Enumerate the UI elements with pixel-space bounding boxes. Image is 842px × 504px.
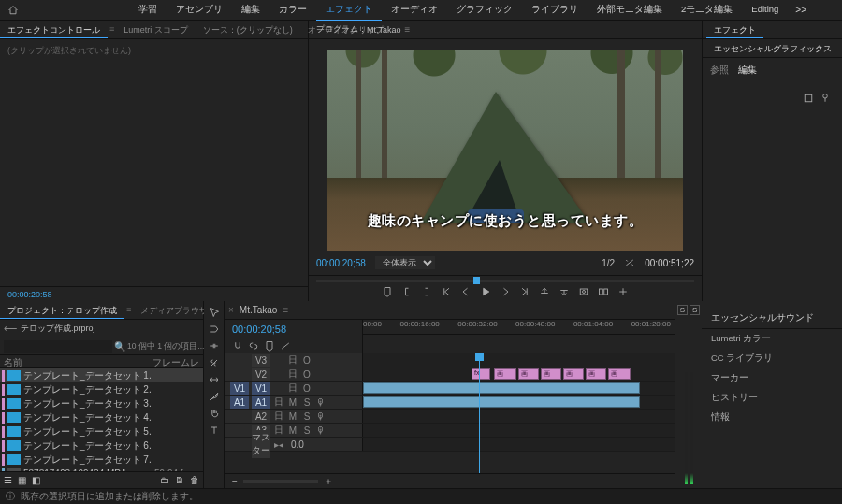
track-lane[interactable] <box>363 410 675 423</box>
track-toggle[interactable]: ▸◂ <box>273 439 284 450</box>
timeline-zoom-slider[interactable] <box>243 480 318 483</box>
timeline-timecode[interactable]: 00:00:20;58 <box>225 320 362 338</box>
track-lane[interactable] <box>363 438 675 451</box>
source-patch[interactable]: V1 <box>230 382 249 395</box>
timeline-clip[interactable]: 画 <box>608 368 631 380</box>
bin-back-icon[interactable]: ⟵ <box>4 324 17 334</box>
track-target[interactable]: V1 <box>252 382 270 395</box>
icon-view-icon[interactable]: ▦ <box>18 475 26 485</box>
track-toggle[interactable]: 日 <box>273 424 284 437</box>
source-patch[interactable]: A1 <box>230 396 249 409</box>
solo-right-icon[interactable]: S <box>690 305 700 315</box>
go-to-in-icon[interactable] <box>441 286 452 297</box>
timeline-clip[interactable] <box>363 382 640 394</box>
history-tab[interactable]: ヒストリー <box>702 388 842 408</box>
marker-icon[interactable] <box>264 340 275 352</box>
markers-tab[interactable]: マーカー <box>702 368 842 388</box>
track-toggle[interactable]: 🎙 <box>315 397 327 408</box>
program-monitor[interactable]: 趣味のキャンプに使おうと思っています。 <box>327 50 683 251</box>
track-toggle[interactable]: 日 <box>287 382 298 395</box>
track-toggle[interactable]: 日 <box>273 410 284 423</box>
track-toggle[interactable]: 日 <box>287 353 298 367</box>
project-item[interactable]: テンプレート_データセット 5.psd <box>0 425 203 439</box>
project-search-input[interactable] <box>4 340 112 353</box>
track-toggle[interactable]: 🎙 <box>315 425 327 436</box>
track-lane[interactable] <box>363 382 675 395</box>
track-lane[interactable] <box>363 424 675 437</box>
tab-menu-icon[interactable]: ≡ <box>124 301 133 319</box>
timeline-track[interactable]: マスター▸◂0.0 <box>225 438 675 452</box>
settings-icon[interactable] <box>280 340 291 352</box>
effects-panel-tab[interactable]: エフェクト <box>706 21 763 38</box>
timeline-clip[interactable]: 画 <box>586 368 606 380</box>
pin-icon[interactable] <box>820 93 831 292</box>
workspace-tab[interactable]: Editing <box>742 0 788 21</box>
settings-icon[interactable] <box>624 257 635 268</box>
linked-selection-icon[interactable] <box>248 340 259 352</box>
track-toggle[interactable]: 日 <box>287 367 298 381</box>
new-item-icon[interactable]: 🗎 <box>175 475 184 485</box>
left-panel-tab[interactable]: Lumetri スコープ <box>116 21 196 38</box>
play-icon[interactable] <box>480 286 491 297</box>
track-select-tool-icon[interactable] <box>209 324 220 335</box>
slip-tool-icon[interactable] <box>209 374 220 385</box>
list-view-icon[interactable]: ☰ <box>4 475 12 485</box>
track-toggle[interactable]: O <box>301 383 312 394</box>
project-item[interactable]: テンプレート_データセット 7.psd <box>0 453 203 467</box>
project-breadcrumb[interactable]: テロップ作成.prproj <box>21 323 95 335</box>
timeline-track[interactable]: A3日MS🎙 <box>225 424 675 438</box>
track-lane[interactable] <box>363 353 675 367</box>
mark-in-icon[interactable] <box>401 286 413 297</box>
essgfx-browse-tab[interactable]: 参照 <box>710 62 729 79</box>
workspace-tab[interactable]: ライブラリ <box>522 0 588 21</box>
selection-tool-icon[interactable] <box>209 307 220 318</box>
type-tool-icon[interactable] <box>209 425 220 436</box>
project-item[interactable]: テンプレート_データセット 6.psd <box>0 439 203 453</box>
mark-out-icon[interactable] <box>421 286 432 297</box>
col-name[interactable]: 名前 <box>4 356 152 367</box>
pen-tool-icon[interactable] <box>209 391 220 402</box>
track-toggle[interactable]: M <box>287 425 298 436</box>
workspace-tab[interactable]: 2モニタ編集 <box>672 0 742 21</box>
track-lane[interactable]: fx画画画画画画 <box>363 367 675 381</box>
step-back-icon[interactable] <box>460 286 472 297</box>
lift-icon[interactable] <box>539 286 550 297</box>
cc-libraries-tab[interactable]: CC ライブラリ <box>702 349 842 368</box>
solo-left-icon[interactable]: S <box>677 305 688 315</box>
home-icon[interactable] <box>0 5 26 16</box>
program-sequence-name[interactable]: Mt.Takao <box>367 25 401 35</box>
timeline-clip[interactable]: 画 <box>518 368 539 380</box>
zoom-select[interactable]: 全体表示 <box>375 256 435 269</box>
col-fps[interactable]: フレームレート <box>152 356 199 367</box>
razor-tool-icon[interactable] <box>209 357 220 368</box>
timeline-clip[interactable]: 画 <box>541 368 561 380</box>
workspace-overflow[interactable]: >> <box>788 1 814 19</box>
info-tab[interactable]: 情報 <box>702 408 842 427</box>
ripple-tool-icon[interactable] <box>209 340 220 352</box>
track-toggle[interactable]: M <box>287 411 298 422</box>
delete-icon[interactable]: 🗑 <box>190 475 199 485</box>
timeline-track[interactable]: V3日O <box>225 353 675 367</box>
tab-menu-icon[interactable]: ≡ <box>283 305 288 315</box>
left-panel-tab[interactable]: エフェクトコントロール <box>0 21 108 38</box>
workspace-tab[interactable]: 学習 <box>129 0 167 21</box>
project-item[interactable]: テンプレート_データセット 1.psd <box>0 368 203 382</box>
essential-sound-tab[interactable]: エッセンシャルサウンド <box>702 309 842 329</box>
workspace-tab[interactable]: オーディオ <box>382 0 447 21</box>
track-toggle[interactable]: 🎙 <box>315 411 327 422</box>
new-bin-icon[interactable]: 🗀 <box>160 475 169 485</box>
tl-zoom-out-icon[interactable]: − <box>232 476 238 486</box>
track-toggle[interactable]: O <box>301 369 312 380</box>
go-to-out-icon[interactable] <box>519 286 530 297</box>
timeline-clip[interactable]: 画 <box>563 368 584 380</box>
workspace-tab[interactable]: 外部モニタ編集 <box>588 0 672 21</box>
timeline-track[interactable]: A1A1日MS🎙 <box>225 396 675 410</box>
new-layer-icon[interactable] <box>803 93 814 292</box>
track-toggle[interactable]: S <box>301 397 312 408</box>
hand-tool-icon[interactable] <box>209 408 220 419</box>
program-timecode[interactable]: 00:00:20;58 <box>316 258 366 268</box>
project-item[interactable]: テンプレート_データセット 4.psd <box>0 410 203 425</box>
tab-menu-icon[interactable]: ≡ <box>405 24 411 35</box>
track-toggle[interactable]: S <box>301 411 312 422</box>
add-marker-icon[interactable] <box>382 286 393 297</box>
